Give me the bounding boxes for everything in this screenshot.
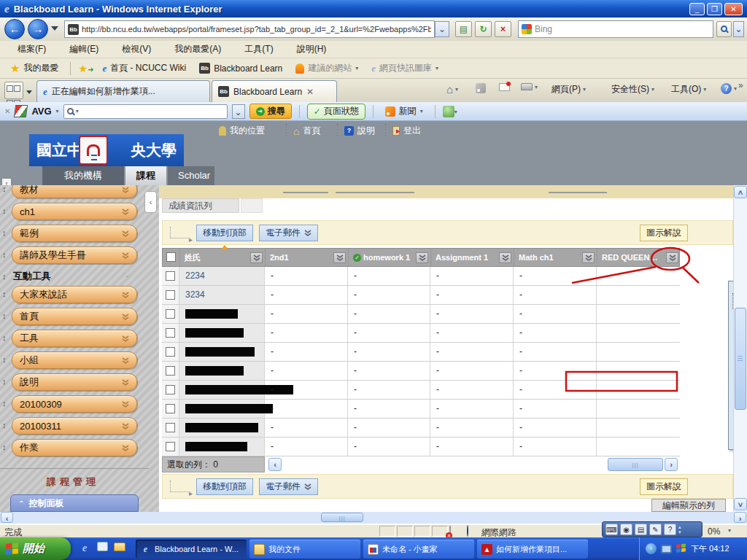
grade-cell[interactable]: - xyxy=(348,324,430,342)
favorite-link-blackboard[interactable]: BbBlackboard Learn xyxy=(195,61,287,75)
row-checkbox[interactable] xyxy=(166,404,175,413)
icon-legend-button[interactable]: 圖示解說 xyxy=(640,225,688,241)
grade-cell[interactable]: - xyxy=(265,400,348,418)
grade-cell[interactable]: - xyxy=(348,419,430,437)
grade-cell[interactable] xyxy=(597,438,680,456)
grade-cell[interactable]: - xyxy=(430,362,514,380)
page-error-icon[interactable] xyxy=(449,526,451,537)
scroll-down-button[interactable]: ˅ xyxy=(734,498,747,510)
move-to-top-button[interactable]: 移動到頂部 xyxy=(196,478,253,495)
grade-cell[interactable]: - xyxy=(430,438,514,456)
zoom-level[interactable]: 0% xyxy=(708,526,720,537)
sidebar-menu-item[interactable]: 小組 xyxy=(12,351,137,369)
email-button[interactable]: 電子郵件 xyxy=(259,225,318,241)
grade-cell[interactable]: - xyxy=(514,400,597,418)
grade-cell[interactable]: - xyxy=(430,419,514,437)
close-toolbar-icon[interactable]: ✕ xyxy=(4,107,10,115)
home-button[interactable]: ⌂▾ xyxy=(446,83,458,96)
menu-file[interactable]: 檔案(F) xyxy=(6,41,58,58)
grade-cell[interactable] xyxy=(597,400,680,418)
column-menu-button[interactable] xyxy=(250,252,263,263)
menu-tools[interactable]: 工具(T) xyxy=(233,41,285,58)
drag-handle-icon[interactable]: ↕ xyxy=(2,333,7,342)
row-checkbox[interactable] xyxy=(166,442,175,451)
drag-handle-icon[interactable]: ↕ xyxy=(2,250,7,259)
row-checkbox[interactable] xyxy=(166,366,175,376)
close-button[interactable]: ✕ xyxy=(724,3,743,15)
grade-cell[interactable]: - xyxy=(348,343,430,361)
network-icon[interactable] xyxy=(661,545,672,553)
column-header-redqueen[interactable]: RED QUEEN&B xyxy=(597,249,681,266)
grade-cell[interactable]: - xyxy=(348,400,430,418)
refresh-button[interactable]: ↻ xyxy=(475,21,492,37)
menu-edit[interactable]: 編輯(E) xyxy=(58,41,110,58)
grade-cell[interactable]: - xyxy=(514,343,597,361)
grade-cell[interactable] xyxy=(597,324,680,342)
grade-cell[interactable] xyxy=(597,419,680,437)
grade-cell[interactable]: - xyxy=(348,438,430,456)
feeds-button[interactable] xyxy=(476,83,486,93)
print-button[interactable]: ▾ xyxy=(521,83,538,90)
table-scroll-right-button[interactable]: › xyxy=(665,458,678,471)
taskbar-task-button[interactable]: 我的文件 xyxy=(249,540,360,559)
student-name-cell[interactable]: 2234 xyxy=(179,267,265,285)
table-scroll-thumb[interactable]: ||| xyxy=(608,458,663,471)
row-checkbox[interactable] xyxy=(166,271,175,281)
language-bar-options-icon[interactable]: ▴▾ xyxy=(678,524,681,534)
row-checkbox[interactable] xyxy=(166,328,175,338)
menu-favorites[interactable]: 我的最愛(A) xyxy=(163,41,233,58)
grade-cell[interactable]: - xyxy=(265,419,348,437)
grade-cell[interactable]: - xyxy=(430,343,514,361)
grade-cell[interactable] xyxy=(597,362,680,380)
logout-link[interactable]: 登出 xyxy=(392,125,421,137)
grade-cell[interactable] xyxy=(597,267,680,285)
grade-cell[interactable]: - xyxy=(265,324,348,342)
student-name-cell[interactable]: 3234 xyxy=(179,286,265,304)
edit-displayed-columns-button[interactable]: 編輯顯示的列 xyxy=(651,499,726,512)
avg-shield-button[interactable]: ▾ xyxy=(443,106,457,117)
row-checkbox[interactable] xyxy=(166,347,175,357)
quick-launch-ie-icon[interactable]: e xyxy=(77,541,92,556)
column-header-2nd1[interactable]: 2nd1 xyxy=(266,249,349,266)
page-menu-button[interactable]: 網頁(P)▾ xyxy=(551,83,586,96)
tab-scholar[interactable]: Scholar xyxy=(168,166,214,185)
email-button[interactable]: 電子郵件 xyxy=(259,478,318,495)
read-mail-button[interactable] xyxy=(499,83,510,91)
grade-cell[interactable]: - xyxy=(430,267,514,285)
grade-cell[interactable]: - xyxy=(348,362,430,380)
sidebar-menu-item[interactable]: 教材 xyxy=(12,185,137,198)
stop-button[interactable]: × xyxy=(495,21,511,37)
grade-cell[interactable]: - xyxy=(514,324,597,342)
tab-courses[interactable]: 課程 xyxy=(125,166,166,185)
my-places-link[interactable]: 我的位置 xyxy=(219,125,265,137)
vertical-scroll-thumb[interactable]: ||| xyxy=(735,308,746,410)
sidebar-menu-item[interactable]: 範例 xyxy=(12,225,137,242)
search-button[interactable] xyxy=(716,21,732,37)
help-button[interactable]: ?▾ xyxy=(721,83,737,94)
back-button[interactable]: ← xyxy=(4,19,25,39)
sidebar-menu-item[interactable]: ch1 xyxy=(12,203,137,220)
grade-cell[interactable] xyxy=(597,286,680,304)
drag-handle-icon[interactable]: ↕ xyxy=(2,206,7,215)
drag-handle-icon[interactable]: ↕ xyxy=(2,228,7,237)
drag-handle-icon[interactable]: ↕ xyxy=(2,443,7,451)
favorite-link-wiki[interactable]: e首頁 - NCUCC Wiki xyxy=(98,61,190,76)
minimize-button[interactable]: _ xyxy=(689,3,705,15)
help-icon[interactable]: ? xyxy=(664,524,676,535)
sidebar-menu-item[interactable]: 講師及學生手冊 xyxy=(12,246,137,264)
grade-info-bar-tab[interactable]: 成績資訊列 xyxy=(162,198,239,213)
quick-launch-app-icon[interactable] xyxy=(95,541,109,556)
address-bar[interactable]: Bb http://bb.ncu.edu.tw/webapps/portal/f… xyxy=(64,20,435,38)
student-name-cell[interactable] xyxy=(179,400,265,418)
toolbar-overflow-chevron[interactable]: » xyxy=(738,80,743,90)
vertical-scrollbar[interactable]: ˄ ||| ˅ xyxy=(733,185,747,512)
taskbar-task-button[interactable]: ▲如何新增作業項目... xyxy=(477,540,588,559)
suggested-sites-button[interactable]: 建議的網站▾ xyxy=(291,61,363,76)
grade-cell[interactable]: - xyxy=(265,438,348,456)
drag-handle-icon[interactable]: ↕ xyxy=(2,272,7,281)
grade-cell[interactable]: - xyxy=(430,324,514,342)
sidebar-menu-item[interactable]: 大家來說話 xyxy=(12,286,137,303)
zoom-dropdown[interactable]: ▾ xyxy=(728,527,731,534)
menu-help[interactable]: 說明(H) xyxy=(285,41,338,58)
table-scroll-left-button[interactable]: ‹ xyxy=(268,458,282,471)
